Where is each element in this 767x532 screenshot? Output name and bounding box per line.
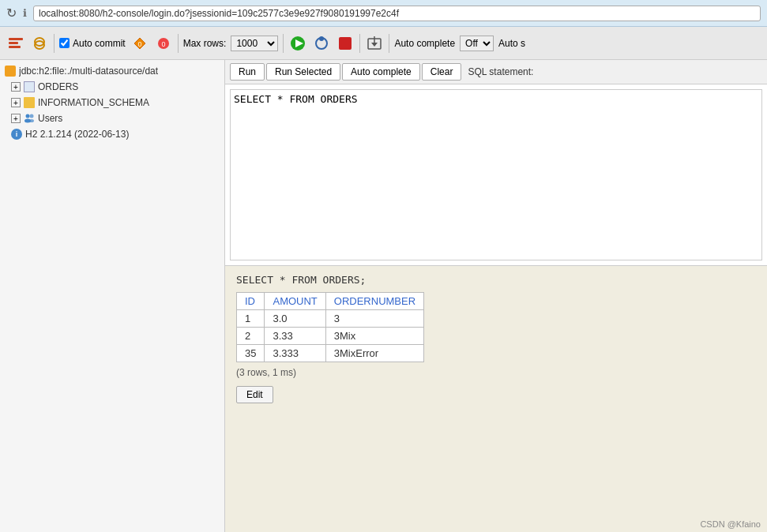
users-label: Users	[38, 113, 62, 124]
svg-rect-2	[9, 46, 21, 48]
run-selected-button[interactable]: Run Selected	[266, 63, 340, 81]
toolbar-icon-2[interactable]	[30, 34, 49, 53]
sidebar: jdbc:h2:file:./multi-datasource/dat + OR…	[0, 60, 225, 532]
results-area: SELECT * FROM ORDERS; ID AMOUNT ORDERNUM…	[225, 266, 767, 532]
query-text: SELECT * FROM ORDERS;	[236, 274, 756, 286]
expand-info-schema[interactable]: +	[11, 98, 21, 107]
separator-4	[359, 34, 360, 53]
svg-point-11	[319, 36, 324, 41]
autocomplete-button[interactable]: Auto complete	[342, 63, 420, 81]
toolbar-icon-1[interactable]	[6, 34, 25, 53]
main-layout: jdbc:h2:file:./multi-datasource/dat + OR…	[0, 60, 767, 532]
separator-5	[389, 34, 389, 53]
expand-orders[interactable]: +	[11, 82, 21, 92]
table-row: 353.3333MixError	[237, 345, 424, 362]
info-schema-label: INFORMATION_SCHEMA	[38, 97, 149, 108]
toolbar-icon-3[interactable]: 0	[130, 34, 149, 53]
reload-button[interactable]: ↻	[6, 6, 17, 21]
info-icon-browser: ℹ	[23, 7, 27, 19]
sidebar-db-label: jdbc:h2:file:./multi-datasource/dat	[19, 66, 158, 77]
svg-text:0: 0	[161, 40, 165, 48]
folder-icon-info-schema	[24, 97, 35, 108]
run-button[interactable]: Run	[230, 63, 265, 81]
col-amount: AMOUNT	[265, 293, 325, 310]
clear-button[interactable]: Clear	[422, 63, 462, 81]
table-icon-orders	[24, 81, 35, 92]
svg-rect-1	[9, 42, 18, 44]
sql-statement-label: SQL statement:	[463, 64, 538, 80]
auto-s-label: Auto s	[498, 38, 525, 49]
export-icon[interactable]	[365, 34, 384, 53]
rows-info: (3 rows, 1 ms)	[236, 367, 756, 378]
svg-point-18	[30, 114, 34, 118]
result-table: ID AMOUNT ORDERNUMBER 13.0323.333Mix353.…	[236, 292, 424, 362]
watermark: CSDN @Kfaino	[700, 519, 761, 529]
svg-point-16	[26, 114, 30, 118]
sidebar-item-version: i H2 2.1.214 (2022-06-13)	[0, 126, 224, 142]
sql-editor-area: SELECT * FROM ORDERS	[225, 84, 767, 266]
edit-button[interactable]: Edit	[236, 386, 273, 403]
sidebar-item-orders[interactable]: + ORDERS	[0, 79, 224, 95]
run-button-icon[interactable]	[288, 34, 307, 53]
orders-label: ORDERS	[38, 81, 78, 92]
sidebar-db-connection[interactable]: jdbc:h2:file:./multi-datasource/dat	[0, 63, 224, 79]
info-icon-version: i	[11, 129, 22, 140]
max-rows-select[interactable]: 1000 100 250 500 5000 10000	[231, 36, 278, 51]
autocomplete-label: Auto complete	[394, 38, 455, 49]
db-icon	[5, 66, 16, 77]
col-id: ID	[237, 293, 265, 310]
expand-users[interactable]: +	[11, 114, 21, 123]
main-toolbar: Auto commit 0 0 Max rows: 1000 100 250 5…	[0, 27, 767, 60]
stop-button-icon[interactable]	[336, 34, 355, 53]
toolbar-icon-4[interactable]: 0	[154, 34, 173, 53]
sidebar-item-information-schema[interactable]: + INFORMATION_SCHEMA	[0, 95, 224, 111]
url-bar[interactable]: localhost:8080/h2-console/login.do?jsess…	[33, 6, 761, 21]
table-row: 13.03	[237, 310, 424, 328]
svg-point-19	[29, 119, 34, 122]
max-rows-label: Max rows:	[183, 38, 227, 49]
content-area: Run Run Selected Auto complete Clear SQL…	[225, 60, 767, 532]
svg-marker-15	[371, 43, 378, 47]
sidebar-item-users[interactable]: + Users	[0, 111, 224, 126]
auto-commit-group: Auto commit	[59, 38, 126, 49]
version-label: H2 2.1.214 (2022-06-13)	[25, 129, 129, 140]
sql-editor[interactable]: SELECT * FROM ORDERS	[230, 89, 762, 260]
svg-rect-0	[9, 38, 23, 40]
separator-1	[54, 34, 55, 53]
svg-text:0: 0	[137, 40, 141, 48]
autocomplete-select[interactable]: Off On	[460, 36, 494, 51]
svg-rect-12	[339, 37, 352, 50]
auto-commit-checkbox[interactable]	[59, 38, 70, 48]
separator-3	[283, 34, 284, 53]
separator-2	[178, 34, 179, 53]
col-ordernumber: ORDERNUMBER	[325, 293, 423, 310]
auto-commit-label: Auto commit	[73, 38, 126, 49]
browser-bar: ↻ ℹ localhost:8080/h2-console/login.do?j…	[0, 0, 767, 27]
users-icon	[24, 113, 35, 124]
sql-toolbar: Run Run Selected Auto complete Clear SQL…	[225, 60, 767, 84]
table-row: 23.333Mix	[237, 328, 424, 345]
reconnect-icon[interactable]	[312, 34, 331, 53]
